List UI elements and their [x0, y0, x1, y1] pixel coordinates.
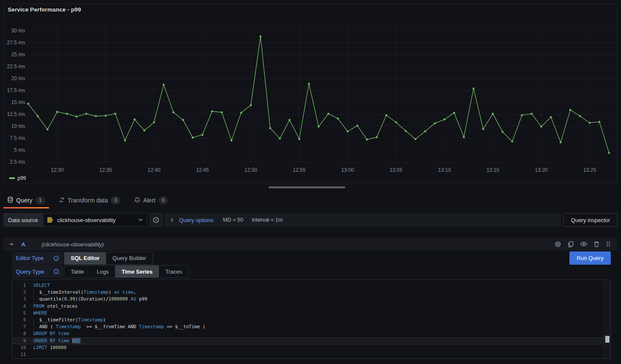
chevron-down-icon: [138, 217, 143, 222]
editor-type-label-box: Editor Type i: [12, 252, 63, 265]
svg-text:12:55: 12:55: [293, 167, 306, 173]
line-number: 10: [12, 344, 26, 351]
sql-line-7[interactable]: 7 AND ( Timestamp >= $__fromTime AND Tim…: [12, 324, 604, 330]
line-code: GROUP BY time: [33, 330, 69, 337]
svg-text:13:00: 13:00: [341, 167, 354, 173]
svg-text:5 ms: 5 ms: [14, 147, 25, 153]
angle-right-icon[interactable]: [170, 217, 175, 222]
svg-text:17.5 ms: 17.5 ms: [7, 87, 25, 93]
query-inspector-button[interactable]: Query inspector: [563, 213, 618, 227]
line-code: AND ( Timestamp >= $__fromTime AND Times…: [33, 324, 205, 330]
svg-text:15 ms: 15 ms: [11, 99, 25, 105]
svg-text:10 ms: 10 ms: [11, 123, 25, 129]
query-type-row: Query Type i Table Logs Time Series Trac…: [12, 265, 189, 278]
svg-text:30 ms: 30 ms: [11, 28, 25, 34]
data-source-help-button[interactable]: ?: [150, 213, 162, 227]
svg-text:12:35: 12:35: [99, 167, 112, 173]
sql-line-11[interactable]: 11: [12, 351, 604, 358]
interval-value: Interval = 1m: [252, 217, 283, 223]
sql-line-4[interactable]: 4FROM otel_traces: [12, 303, 604, 310]
line-number: 5: [12, 310, 26, 317]
query-ref-id: A: [21, 241, 25, 248]
sql-line-3[interactable]: 3 quantile(0.99)(Duration)/1000000 AS p9…: [12, 296, 604, 303]
tab-query[interactable]: Query 1: [3, 192, 49, 209]
sql-line-5[interactable]: 5WHERE: [12, 310, 604, 317]
svg-text:12:40: 12:40: [147, 167, 160, 173]
svg-text:2.5 ms: 2.5 ms: [10, 159, 25, 165]
bell-icon: [134, 197, 140, 204]
query-type-time-series[interactable]: Time Series: [115, 266, 159, 277]
run-query-button[interactable]: Run Query: [569, 251, 611, 265]
query-options-toggle[interactable]: Query options: [179, 217, 214, 223]
svg-text:13:15: 13:15: [486, 167, 499, 173]
data-source-label: Data source: [3, 213, 43, 227]
line-code: FROM otel_traces: [33, 303, 78, 310]
query-type-label-box: Query Type i: [12, 265, 63, 278]
svg-text:?: ?: [155, 218, 157, 222]
svg-text:13:05: 13:05: [390, 167, 402, 173]
hide-response-button[interactable]: [580, 241, 587, 248]
record-circle-icon: [555, 241, 561, 248]
sql-line-2[interactable]: 2 $__timeInterval(Timestamp) as time,: [12, 289, 604, 296]
collapse-chevron-icon[interactable]: [9, 241, 14, 247]
sql-code-editor[interactable]: 1SELECT2 $__timeInterval(Timestamp) as t…: [12, 280, 611, 359]
svg-text:12:45: 12:45: [196, 167, 209, 173]
tab-query-count-badge: 1: [35, 196, 45, 205]
sql-line-10[interactable]: 10LIMIT 100000: [12, 344, 604, 351]
line-code: WHERE: [33, 310, 47, 317]
query-toolbar: Data source clickhouse-observability ?: [3, 213, 618, 227]
grip-icon: [606, 241, 611, 248]
trash-icon: [593, 241, 600, 248]
svg-text:13:20: 13:20: [535, 167, 548, 173]
query-type-table[interactable]: Table: [64, 266, 90, 277]
question-circle-icon: ?: [153, 217, 159, 223]
timeseries-panel: Service Performance - p99 12:3012:3512:4…: [3, 3, 618, 184]
copy-icon: [567, 241, 574, 248]
svg-text:20 ms: 20 ms: [11, 75, 25, 81]
disable-query-button[interactable]: [555, 241, 561, 248]
query-type-traces[interactable]: Traces: [159, 266, 188, 277]
tab-transform-data[interactable]: Transform data 0: [55, 192, 124, 209]
editor-scrollbar-thumb[interactable]: [605, 336, 609, 343]
sql-line-1[interactable]: 1SELECT: [12, 282, 604, 289]
query-type-logs[interactable]: Logs: [90, 266, 115, 277]
query-datasource-hint: (clickhouse-observability): [41, 241, 104, 248]
svg-text:i: i: [56, 270, 57, 274]
editor-type-row: Editor Type i SQL Editor Query Builder: [12, 251, 153, 265]
editor-type-query-builder[interactable]: Query Builder: [106, 252, 153, 264]
delete-query-button[interactable]: [593, 241, 600, 248]
duplicate-query-button[interactable]: [567, 241, 574, 248]
line-code: LIMIT 100000: [33, 344, 66, 351]
max-data-points-value: MD = 50: [223, 217, 243, 223]
line-number: 9: [12, 338, 26, 344]
info-icon[interactable]: i: [53, 269, 59, 274]
editor-scrollbar-track[interactable]: [604, 280, 610, 358]
legend-series-p99[interactable]: p99: [17, 175, 26, 181]
query-type-group: Table Logs Time Series Traces: [64, 265, 189, 278]
line-number: 8: [12, 330, 26, 337]
line-number: 11: [12, 351, 26, 358]
line-code: quantile(0.99)(Duration)/1000000 AS p99: [33, 296, 147, 303]
query-options-bar: Query options MD = 50 Interval = 1m: [165, 213, 561, 227]
database-icon: [7, 196, 13, 204]
horizontal-scrollbar-thumb[interactable]: [269, 186, 345, 188]
line-code: $__timeInterval(Timestamp) as time,: [33, 289, 136, 296]
drag-handle[interactable]: [606, 241, 611, 248]
tab-alert-count-badge: 0: [159, 196, 168, 205]
svg-text:7.5 ms: 7.5 ms: [10, 135, 25, 141]
data-source-picker[interactable]: clickhouse-observability: [43, 213, 147, 227]
query-type-label: Query Type: [16, 269, 44, 275]
svg-text:27.5 ms: 27.5 ms: [7, 40, 25, 46]
info-icon[interactable]: i: [53, 255, 59, 261]
tab-transform-count-badge: 0: [111, 196, 121, 205]
editor-type-sql-editor[interactable]: SQL Editor: [64, 252, 106, 264]
line-code: SELECT: [33, 282, 50, 289]
tab-alert[interactable]: Alert 0: [130, 192, 172, 209]
sql-line-8[interactable]: 8GROUP BY time: [12, 330, 604, 337]
svg-text:12:30: 12:30: [51, 167, 64, 173]
sql-line-6[interactable]: 6 $__timeFilter(Timestamp): [12, 317, 604, 324]
svg-text:25 ms: 25 ms: [11, 52, 25, 58]
editor-type-group: SQL Editor Query Builder: [64, 252, 153, 265]
sql-line-9[interactable]: 9ORDER BY time ASC: [12, 338, 604, 344]
eye-icon: [580, 241, 587, 248]
